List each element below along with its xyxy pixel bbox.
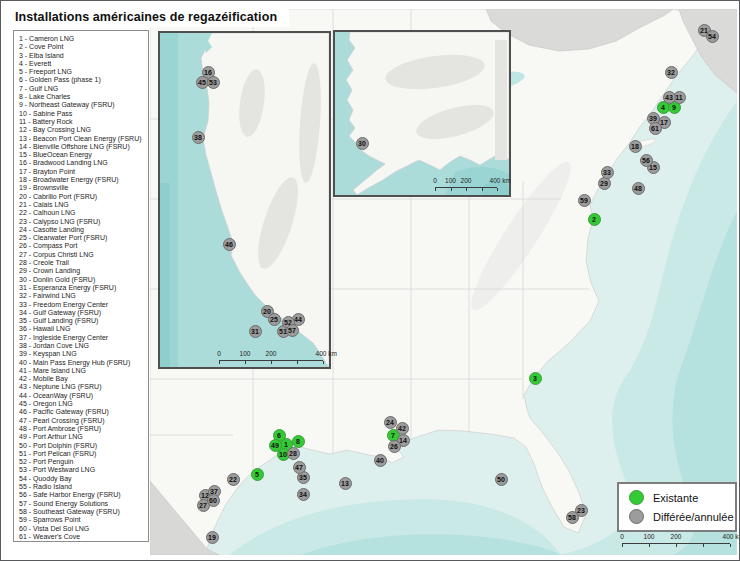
facility-item-37: 37 - Ingleside Energy Center bbox=[19, 334, 148, 342]
facility-item-47: 47 - Pearl Crossing (FSRU) bbox=[19, 417, 148, 425]
facility-item-16: 16 - Bradwood Landing LNG bbox=[19, 159, 148, 167]
scale-label: 0 bbox=[620, 533, 624, 540]
facility-item-48: 48 - Port Ambrose (FSRU) bbox=[19, 425, 148, 433]
facility-item-40: 40 - Main Pass Energy Hub (FSRU) bbox=[19, 359, 148, 367]
facility-item-38: 38 - Jordan Cove LNG bbox=[19, 342, 148, 350]
facility-item-32: 32 - Fairwind LNG bbox=[19, 292, 148, 300]
scale-label: 100 bbox=[644, 533, 655, 540]
facility-item-31: 31 - Esperanza Energy (FSRU) bbox=[19, 284, 148, 292]
scale-label: 200 bbox=[671, 533, 682, 540]
scale-label: 400 km bbox=[723, 533, 740, 540]
scale-bar: 0100200400 km bbox=[622, 533, 730, 549]
scale-label: 100 bbox=[445, 177, 456, 184]
facility-item-20: 20 - Cabrillo Port (FSRU) bbox=[19, 193, 148, 201]
facility-item-49: 49 - Port Arthur LNG bbox=[19, 433, 148, 441]
legend-label: Différée/annulée bbox=[653, 511, 734, 523]
scale-line bbox=[219, 360, 323, 365]
facility-item-11: 11 - Battery Rock bbox=[19, 118, 148, 126]
facility-item-57: 57 - Sound Energy Solutions bbox=[19, 500, 148, 508]
scale-label: 400 km bbox=[316, 350, 337, 357]
scale-label: 200 bbox=[266, 350, 277, 357]
facility-item-34: 34 - Gulf Gateway (FSRU) bbox=[19, 309, 148, 317]
facility-item-45: 45 - Oregon LNG bbox=[19, 400, 148, 408]
facility-item-15: 15 - BlueOcean Energy bbox=[19, 151, 148, 159]
scale-label: 100 bbox=[240, 350, 251, 357]
facility-item-52: 52 - Port Penguin bbox=[19, 458, 148, 466]
facility-item-12: 12 - Bay Crossing LNG bbox=[19, 126, 148, 134]
inset-west-canvas bbox=[160, 33, 329, 367]
facility-item-6: 6 - Golden Pass (phase 1) bbox=[19, 76, 148, 84]
map-figure: Installations américaines de regazéifica… bbox=[0, 0, 740, 561]
facility-item-4: 4 - Everett bbox=[19, 60, 148, 68]
facility-item-51: 51 - Port Pelican (FSRU) bbox=[19, 450, 148, 458]
facility-item-14: 14 - Bienville Offshore LNG (FSRU) bbox=[19, 143, 148, 151]
scale-label: 200 bbox=[461, 177, 472, 184]
scale-label: 400 km bbox=[490, 177, 511, 184]
facility-item-23: 23 - Calypso LNG (FSRU) bbox=[19, 218, 148, 226]
facility-item-9: 9 - Northeast Gateway (FSRU) bbox=[19, 101, 148, 109]
facility-list: 1 - Cameron LNG2 - Cove Point3 - Elba Is… bbox=[19, 35, 148, 541]
facility-item-61: 61 - Weaver's Cove bbox=[19, 533, 148, 541]
legend-label: Existante bbox=[653, 492, 698, 504]
facility-item-56: 56 - Safe Harbor Energy (FSRU) bbox=[19, 491, 148, 499]
legend-item-existing: Existante bbox=[629, 490, 735, 505]
scale-bar: 0100200400 km bbox=[219, 350, 323, 366]
facility-item-59: 59 - Sparrows Point bbox=[19, 516, 148, 524]
page-title: Installations américaines de regazéifica… bbox=[9, 8, 289, 27]
facility-item-25: 25 - Clearwater Port (FSRU) bbox=[19, 234, 148, 242]
facility-item-33: 33 - Freedom Energy Center bbox=[19, 301, 148, 309]
facility-item-19: 19 - Brownsville bbox=[19, 184, 148, 192]
facility-item-39: 39 - Keyspan LNG bbox=[19, 350, 148, 358]
facility-item-36: 36 - Hawaii LNG bbox=[19, 325, 148, 333]
facility-item-3: 3 - Elba Island bbox=[19, 52, 148, 60]
facility-item-41: 41 - Mare Island LNG bbox=[19, 367, 148, 375]
facility-item-7: 7 - Gulf LNG bbox=[19, 85, 148, 93]
facility-item-60: 60 - Vista Del Sol LNG bbox=[19, 525, 148, 533]
facility-item-58: 58 - Southeast Gateway (FSRU) bbox=[19, 508, 148, 516]
legend-item-deferred: Différée/annulée bbox=[629, 509, 735, 524]
scale-line bbox=[435, 187, 497, 192]
scale-line bbox=[622, 543, 730, 548]
facility-item-28: 28 - Creole Trail bbox=[19, 259, 148, 267]
inset-alaska-canvas bbox=[335, 32, 509, 195]
facility-item-30: 30 - Donlin Gold (FSRU) bbox=[19, 276, 148, 284]
facility-item-44: 44 - OceanWay (FSRU) bbox=[19, 392, 148, 400]
facility-item-18: 18 - Broadwater Energy (FSRU) bbox=[19, 176, 148, 184]
facility-item-50: 50 - Port Dolphin (FSRU) bbox=[19, 442, 148, 450]
facility-item-10: 10 - Sabine Pass bbox=[19, 110, 148, 118]
scale-label: 0 bbox=[433, 177, 437, 184]
facility-list-box: 1 - Cameron LNG2 - Cove Point3 - Elba Is… bbox=[13, 30, 149, 542]
facility-item-29: 29 - Crown Landing bbox=[19, 267, 148, 275]
facility-item-53: 53 - Port Westward LNG bbox=[19, 466, 148, 474]
existing-dot-icon bbox=[629, 490, 644, 505]
scale-bar: 0100200400 km bbox=[435, 177, 497, 193]
facility-item-13: 13 - Beacon Port Clean Energy (FSRU) bbox=[19, 135, 148, 143]
scale-label: 0 bbox=[217, 350, 221, 357]
facility-item-55: 55 - Radio Island bbox=[19, 483, 148, 491]
facility-item-24: 24 - Casotte Landing bbox=[19, 226, 148, 234]
facility-item-54: 54 - Quoddy Bay bbox=[19, 475, 148, 483]
deferred-dot-icon bbox=[629, 509, 644, 524]
facility-item-1: 1 - Cameron LNG bbox=[19, 35, 148, 43]
facility-item-43: 43 - Neptune LNG (FSRU) bbox=[19, 383, 148, 391]
facility-item-5: 5 - Freeport LNG bbox=[19, 68, 148, 76]
facility-item-2: 2 - Cove Point bbox=[19, 43, 148, 51]
inset-west-coast bbox=[158, 31, 331, 369]
facility-item-35: 35 - Gulf Landing (FSRU) bbox=[19, 317, 148, 325]
facility-item-46: 46 - Pacific Gateway (FSRU) bbox=[19, 408, 148, 416]
inset-alaska bbox=[333, 30, 511, 197]
facility-item-17: 17 - Brayton Point bbox=[19, 168, 148, 176]
facility-item-26: 26 - Compass Port bbox=[19, 242, 148, 250]
facility-item-42: 42 - Mobile Bay bbox=[19, 375, 148, 383]
facility-item-22: 22 - Calhoun LNG bbox=[19, 209, 148, 217]
facility-item-27: 27 - Corpus Christi LNG bbox=[19, 251, 148, 259]
facility-item-8: 8 - Lake Charles bbox=[19, 93, 148, 101]
legend-box: Existante Différée/annulée bbox=[617, 482, 737, 532]
facility-item-21: 21 - Calais LNG bbox=[19, 201, 148, 209]
